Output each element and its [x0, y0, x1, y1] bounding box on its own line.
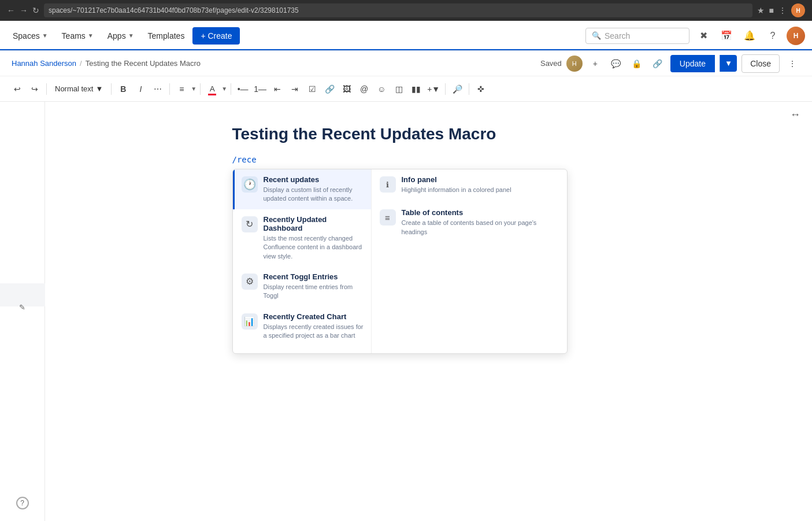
bold-button[interactable]: B — [115, 81, 131, 97]
browser-extension-icon[interactable]: ■ — [769, 6, 774, 15]
autocomplete-item-recent-toggl[interactable]: ⚙ Recent Toggl Entries Display recent ti… — [233, 267, 371, 306]
page-title: Testing the Recent Updates Macro — [232, 125, 625, 143]
help-icon[interactable]: ? — [763, 27, 782, 45]
browser-url-bar[interactable]: spaces/~701217ec7b0aa14c64731b404f0bd708… — [44, 3, 752, 17]
toolbar-sep-2 — [111, 83, 112, 95]
search-placeholder: Search — [605, 31, 630, 40]
breadcrumb-bar: Hannah Sanderson / Testing the Recent Up… — [0, 51, 812, 76]
mention-button[interactable]: @ — [356, 81, 372, 97]
recent-toggl-icon: ⚙ — [242, 274, 258, 290]
page-tree-title: Page Tree — [264, 352, 364, 353]
browser-settings-icon[interactable]: ⋮ — [778, 6, 787, 15]
link-icon[interactable]: 🔗 — [650, 56, 666, 72]
breadcrumb-right: Saved H + 💬 🔒 🔗 Update ▼ Close ⋮ — [540, 54, 800, 73]
page-owner-avatar[interactable]: H — [566, 56, 583, 72]
browser-forward-icon[interactable]: → — [20, 6, 28, 15]
toolbar-sep-4 — [200, 83, 201, 95]
comment-icon[interactable]: 💬 — [608, 56, 624, 72]
align-button[interactable]: ≡ — [173, 81, 190, 97]
autocomplete-item-recent-updates[interactable]: 🕐 Recent updates Display a custom list o… — [233, 169, 371, 209]
recent-toggl-desc: Display recent time entries from Toggl — [264, 283, 364, 301]
left-sidebar: ✎ ? — [0, 102, 45, 521]
browser-user-avatar[interactable]: H — [791, 3, 805, 17]
nav-apps-label: Apps — [107, 31, 126, 40]
toc-icon: ≡ — [380, 209, 396, 226]
nav-teams-chevron: ▼ — [88, 32, 94, 39]
search-box[interactable]: 🔍 Search — [585, 28, 689, 44]
image-button[interactable]: 🖼 — [339, 81, 355, 97]
link-button[interactable]: 🔗 — [321, 81, 338, 97]
toolbar: ↩ ↪ Normal text ▼ B I ⋯ ≡ ▼ A ​ ▼ •― 1― … — [0, 76, 812, 102]
more-text-button[interactable]: ⋯ — [150, 81, 166, 97]
restrictions-icon[interactable]: 🔒 — [629, 56, 645, 72]
expand-width-button[interactable]: ↔ — [790, 109, 800, 121]
text-color-button[interactable]: A ​ — [204, 81, 220, 97]
add-collaborator-icon[interactable]: + — [587, 56, 603, 72]
recent-toggl-title: Recent Toggl Entries — [264, 272, 364, 281]
update-button[interactable]: Update — [670, 55, 715, 72]
recent-updates-title: Recent updates — [264, 175, 364, 184]
breadcrumb-parent[interactable]: Hannah Sanderson — [12, 59, 76, 68]
undo-button[interactable]: ↩ — [9, 81, 25, 97]
emoji-button[interactable]: ☺ — [373, 81, 390, 97]
more-options-icon[interactable]: ⋮ — [784, 56, 800, 72]
nav-templates[interactable]: Templates — [142, 28, 191, 44]
italic-button[interactable]: I — [132, 81, 149, 97]
update-dropdown-button[interactable]: ▼ — [720, 55, 737, 72]
nav-teams-label: Teams — [62, 31, 86, 40]
nav-right: 🔍 Search ✖ 📅 🔔 ? H — [585, 27, 805, 45]
browser-reload-icon[interactable]: ↻ — [32, 6, 39, 15]
table-button[interactable]: ◫ — [391, 81, 407, 97]
recently-updated-dashboard-desc: Lists the most recently changed Confluen… — [264, 234, 364, 261]
autocomplete-right-item-toc[interactable]: ≡ Table of contents Create a table of co… — [372, 202, 567, 242]
align-chevron: ▼ — [191, 86, 196, 92]
browser-back-icon[interactable]: ← — [7, 6, 15, 15]
bullet-list-button[interactable]: •― — [235, 81, 251, 97]
autocomplete-right-item-info-panel[interactable]: ℹ Info panel Highlight information in a … — [372, 169, 567, 200]
browser-bookmark-icon[interactable]: ★ — [757, 6, 765, 15]
numbered-list-button[interactable]: 1― — [252, 81, 268, 97]
autocomplete-item-page-tree[interactable]: ↻ Page Tree Renders a page tree. — [233, 346, 371, 353]
user-avatar[interactable]: H — [787, 27, 805, 45]
info-panel-icon: ℹ — [380, 176, 396, 193]
top-nav: Spaces ▼ Teams ▼ Apps ▼ Templates + Crea… — [0, 21, 812, 51]
breadcrumb-separator: / — [80, 59, 82, 68]
sidebar-edit-icon[interactable]: ✎ — [16, 301, 29, 315]
toolbar-sep-3 — [169, 83, 170, 95]
close-button[interactable]: Close — [741, 54, 780, 73]
nav-spaces[interactable]: Spaces ▼ — [7, 28, 54, 44]
checkbox-button[interactable]: ☑ — [304, 81, 320, 97]
nav-apps[interactable]: Apps ▼ — [102, 28, 140, 44]
fullscreen-button[interactable]: ✜ — [473, 81, 489, 97]
info-panel-title: Info panel — [402, 175, 559, 184]
text-style-label: Normal text — [55, 84, 93, 93]
recently-created-chart-desc: Displays recently created issues for a s… — [264, 323, 364, 341]
indent-button[interactable]: ⇥ — [287, 81, 303, 97]
saved-status: Saved — [540, 59, 562, 68]
autocomplete-left-panel: 🕐 Recent updates Display a custom list o… — [233, 169, 372, 353]
outdent-button[interactable]: ⇤ — [269, 81, 286, 97]
collapse-icon[interactable]: ✖ — [694, 27, 713, 45]
slash-command-text[interactable]: /rece — [232, 155, 625, 164]
autocomplete-dropdown: 🕐 Recent updates Display a custom list o… — [232, 169, 568, 354]
find-replace-button[interactable]: 🔎 — [449, 81, 465, 97]
info-panel-desc: Highlight information in a colored panel — [402, 186, 559, 194]
nav-teams[interactable]: Teams ▼ — [56, 28, 99, 44]
recently-updated-dashboard-icon: ↻ — [242, 216, 258, 232]
columns-button[interactable]: ▮▮ — [408, 81, 424, 97]
toc-desc: Create a table of contents based on your… — [402, 219, 559, 237]
insert-more-button[interactable]: +▼ — [425, 81, 442, 97]
calendar-icon[interactable]: 📅 — [717, 27, 736, 45]
bell-icon[interactable]: 🔔 — [740, 27, 759, 45]
create-button-label: + Create — [201, 31, 232, 40]
text-style-dropdown[interactable]: Normal text ▼ — [50, 82, 107, 95]
toolbar-sep-1 — [46, 83, 47, 95]
text-style-chevron: ▼ — [95, 84, 103, 93]
autocomplete-item-recently-updated-dashboard[interactable]: ↻ Recently Updated Dashboard Lists the m… — [233, 209, 371, 267]
autocomplete-item-recently-created-chart[interactable]: 📊 Recently Created Chart Displays recent… — [233, 306, 371, 346]
help-circle-button[interactable]: ? — [16, 497, 29, 509]
create-button[interactable]: + Create — [192, 27, 240, 45]
editor-area[interactable]: ↔ Testing the Recent Updates Macro /rece… — [45, 102, 812, 521]
redo-button[interactable]: ↪ — [27, 81, 43, 97]
recent-updates-desc: Display a custom list of recently update… — [264, 186, 364, 204]
